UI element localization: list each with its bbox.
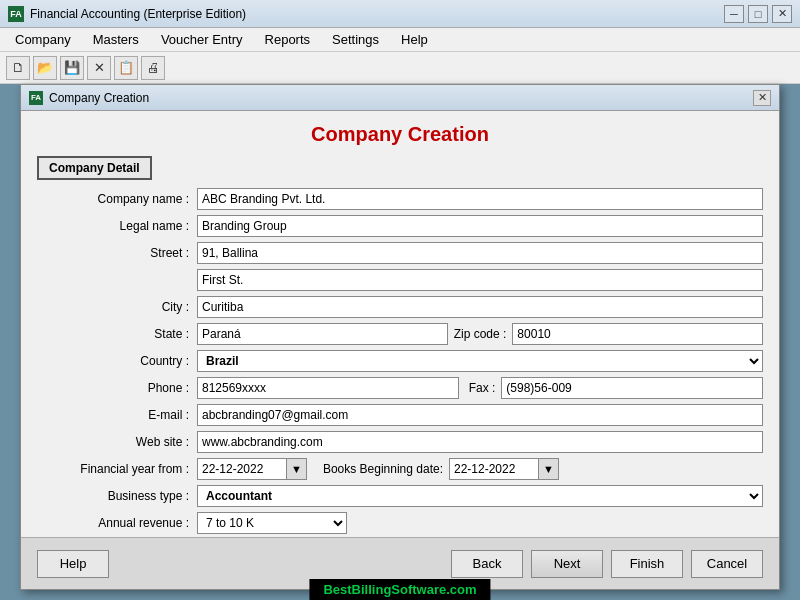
tab-bar: Company Detail (37, 156, 763, 180)
website-label: Web site : (37, 435, 197, 449)
dialog-title-text: Company Creation (49, 91, 753, 105)
fin-year-label: Financial year from : (37, 462, 197, 476)
dialog-content: Company Creation Company Detail Company … (21, 111, 779, 537)
footer-left: Help (37, 550, 109, 578)
country-select[interactable]: Brazil USA UK India (197, 350, 763, 372)
close-button[interactable]: ✕ (772, 5, 792, 23)
fin-year-date-group: ▼ (197, 458, 307, 480)
menu-bar: Company Masters Voucher Entry Reports Se… (0, 28, 800, 52)
books-date-group: ▼ (449, 458, 559, 480)
help-button[interactable]: Help (37, 550, 109, 578)
email-label: E-mail : (37, 408, 197, 422)
city-input[interactable] (197, 296, 763, 318)
app-icon: FA (8, 6, 24, 22)
window-controls: ─ □ ✕ (724, 5, 792, 23)
company-name-label: Company name : (37, 192, 197, 206)
fin-year-calendar-button[interactable]: ▼ (287, 458, 307, 480)
annual-revenue-label: Annual revenue : (37, 516, 197, 530)
legal-name-row: Legal name : (37, 215, 763, 237)
watermark-text: BestBillingSoftware.com (323, 582, 476, 597)
company-name-input[interactable] (197, 188, 763, 210)
city-label: City : (37, 300, 197, 314)
street-row2 (37, 269, 763, 291)
title-bar: FA Financial Accounting (Enterprise Edit… (0, 0, 800, 28)
back-button[interactable]: Back (451, 550, 523, 578)
footer-right: Back Next Finish Cancel (451, 550, 763, 578)
street-label: Street : (37, 246, 197, 260)
fax-label: Fax : (469, 381, 496, 395)
website-input[interactable] (197, 431, 763, 453)
toolbar-new[interactable]: 🗋 (6, 56, 30, 80)
email-input[interactable] (197, 404, 763, 426)
annual-revenue-row: Annual revenue : 7 to 10 K 10 to 50 K 50… (37, 512, 763, 534)
state-zip-row: State : Zip code : (37, 323, 763, 345)
dialog-close-button[interactable]: ✕ (753, 90, 771, 106)
zip-label: Zip code : (454, 327, 507, 341)
state-label: State : (37, 327, 197, 341)
app-title: Financial Accounting (Enterprise Edition… (30, 7, 724, 21)
cancel-button[interactable]: Cancel (691, 550, 763, 578)
annual-revenue-select[interactable]: 7 to 10 K 10 to 50 K 50 to 100 K 100 K+ (197, 512, 347, 534)
watermark: BestBillingSoftware.com (309, 579, 490, 600)
city-row: City : (37, 296, 763, 318)
menu-settings[interactable]: Settings (321, 29, 390, 50)
street-row1: Street : (37, 242, 763, 264)
toolbar-delete[interactable]: ✕ (87, 56, 111, 80)
business-type-row: Business type : Accountant Retail Wholes… (37, 485, 763, 507)
menu-voucher-entry[interactable]: Voucher Entry (150, 29, 254, 50)
company-name-row: Company name : (37, 188, 763, 210)
email-row: E-mail : (37, 404, 763, 426)
phone-label: Phone : (37, 381, 197, 395)
company-creation-dialog: FA Company Creation ✕ Company Creation C… (20, 84, 780, 590)
phone-input[interactable] (197, 377, 459, 399)
legal-name-label: Legal name : (37, 219, 197, 233)
country-row: Country : Brazil USA UK India (37, 350, 763, 372)
toolbar: 🗋 📂 💾 ✕ 📋 🖨 (0, 52, 800, 84)
dialog-icon: FA (29, 91, 43, 105)
fin-year-input[interactable] (197, 458, 287, 480)
menu-help[interactable]: Help (390, 29, 439, 50)
toolbar-print[interactable]: 🖨 (141, 56, 165, 80)
finish-button[interactable]: Finish (611, 550, 683, 578)
books-date-input[interactable] (449, 458, 539, 480)
menu-reports[interactable]: Reports (254, 29, 322, 50)
menu-masters[interactable]: Masters (82, 29, 150, 50)
toolbar-open[interactable]: 📂 (33, 56, 57, 80)
fax-input[interactable] (501, 377, 763, 399)
phone-fax-row: Phone : Fax : (37, 377, 763, 399)
street-input2[interactable] (197, 269, 763, 291)
menu-company[interactable]: Company (4, 29, 82, 50)
next-button[interactable]: Next (531, 550, 603, 578)
website-row: Web site : (37, 431, 763, 453)
street-input1[interactable] (197, 242, 763, 264)
toolbar-save[interactable]: 💾 (60, 56, 84, 80)
toolbar-copy[interactable]: 📋 (114, 56, 138, 80)
books-label: Books Beginning date: (323, 462, 443, 476)
minimize-button[interactable]: ─ (724, 5, 744, 23)
dialog-title-bar: FA Company Creation ✕ (21, 85, 779, 111)
books-calendar-button[interactable]: ▼ (539, 458, 559, 480)
business-type-label: Business type : (37, 489, 197, 503)
financial-year-row: Financial year from : ▼ Books Beginning … (37, 458, 763, 480)
legal-name-input[interactable] (197, 215, 763, 237)
business-type-select[interactable]: Accountant Retail Wholesale Manufacturin… (197, 485, 763, 507)
state-input[interactable] (197, 323, 448, 345)
country-label: Country : (37, 354, 197, 368)
dialog-heading: Company Creation (37, 123, 763, 146)
zip-input[interactable] (512, 323, 763, 345)
maximize-button[interactable]: □ (748, 5, 768, 23)
tab-company-detail[interactable]: Company Detail (37, 156, 152, 180)
